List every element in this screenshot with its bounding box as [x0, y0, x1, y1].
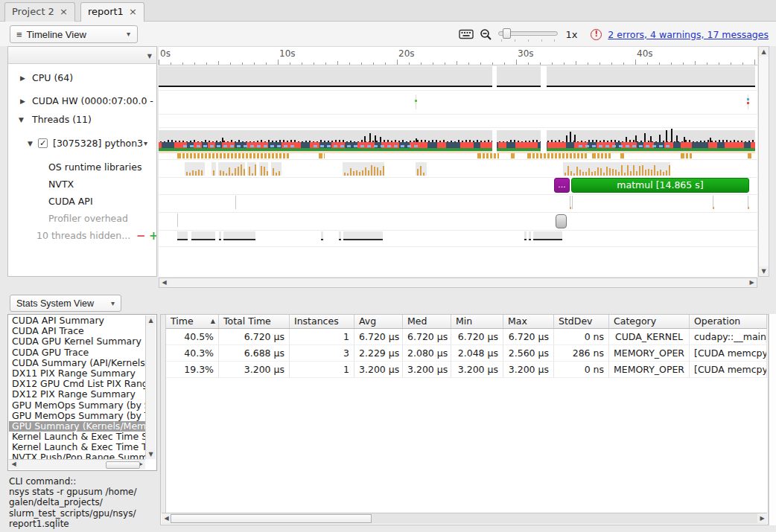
report-list-horizontal-scrollbar[interactable]: ◀ ▶ [9, 459, 145, 469]
scrollbar-thumb[interactable] [171, 514, 372, 523]
hidden-threads-block[interactable] [533, 231, 562, 239]
column-header-operation[interactable]: Operation [690, 315, 767, 329]
report-list-item[interactable]: Kernel Launch & Exec Time Tra [9, 442, 145, 452]
hidden-threads-block[interactable] [223, 231, 255, 239]
ruler-baseline [159, 65, 757, 65]
scrollbar-thumb[interactable] [106, 461, 140, 469]
tree-row-cuda-api[interactable]: CUDA API [8, 194, 156, 209]
column-header-min[interactable]: Min [451, 315, 503, 329]
scroll-up-icon[interactable]: ▲ [146, 315, 156, 325]
tree-row-os-runtime[interactable]: OS runtime libraries [8, 160, 156, 175]
tab-project-2[interactable]: Project 2× [4, 2, 75, 22]
table-row[interactable]: 19.3%3.200 μs13.200 μs3.200 μs3.200 μs3.… [166, 362, 768, 378]
close-tab-icon[interactable]: × [60, 6, 68, 17]
column-header-instances[interactable]: Instances [290, 315, 354, 329]
os-event-strip[interactable] [319, 153, 325, 158]
hidden-threads-block[interactable] [529, 231, 531, 239]
report-list-item[interactable]: DX11 PIX Range Summary [9, 368, 145, 379]
report-list-item[interactable]: GPU MemOps Summary (by Tim [9, 411, 145, 421]
column-header-stddev[interactable]: StdDev [554, 315, 609, 329]
timeline-zoom-slider[interactable] [498, 27, 558, 42]
scroll-up-icon[interactable]: ▲ [759, 47, 769, 57]
tree-row-profiler-overhead[interactable]: Profiler overhead [8, 211, 156, 226]
os-event-strip[interactable] [527, 153, 587, 158]
hidden-threads-block[interactable] [191, 231, 215, 239]
view-selector-dropdown[interactable]: ≡Timeline View ▾ [10, 25, 138, 43]
report-list-vertical-scrollbar[interactable]: ▲ ▼ [145, 315, 156, 459]
table-row[interactable]: 40.5%6.720 μs16.720 μs6.720 μs6.720 μs6.… [166, 329, 768, 345]
table-row[interactable]: 40.3%6.688 μs32.229 μs2.080 μs2.048 μs2.… [166, 345, 768, 362]
report-list-item[interactable]: NVTX Push/Pop Range Summa [9, 452, 145, 459]
column-header-category[interactable]: Category [609, 315, 690, 329]
scroll-right-icon[interactable]: ▶ [757, 513, 767, 523]
scroll-down-icon[interactable]: ▼ [146, 449, 156, 459]
timeline-tree-header[interactable]: ▼ [8, 47, 156, 64]
cuda-api-call-mark[interactable] [235, 196, 236, 209]
os-event-strip[interactable] [511, 153, 515, 158]
thread-visibility-checkbox[interactable]: ✓ [38, 138, 48, 148]
column-header-med[interactable]: Med [403, 315, 451, 329]
scroll-down-icon[interactable]: ▼ [759, 266, 769, 276]
close-tab-icon[interactable]: × [129, 6, 137, 17]
show-thread-plus-icon[interactable]: + [149, 228, 157, 243]
tree-row-cuda-hw[interactable]: ▶ CUDA HW (0000:07:00.0 - NVI [8, 94, 156, 109]
hidden-threads-block[interactable] [339, 231, 341, 239]
os-runtime-block[interactable] [343, 162, 384, 176]
column-header-max[interactable]: Max [503, 315, 554, 329]
column-header-time[interactable]: Time▲ [166, 315, 219, 329]
zoom-out-icon[interactable] [480, 28, 492, 41]
tab-report1[interactable]: report1× [80, 2, 144, 22]
tree-row-threads-hidden[interactable]: 10 threads hidden... − + [8, 228, 156, 243]
os-event-strip[interactable] [477, 153, 499, 158]
report-list-item[interactable]: Kernel Launch & Exec Time Su [9, 432, 145, 442]
os-event-strip[interactable] [681, 153, 693, 158]
profiler-overhead-range[interactable] [556, 214, 567, 228]
hidden-threads-block[interactable] [219, 231, 221, 239]
tree-row-python3-thread[interactable]: ▼ ✓ [3075328] python3 ▾ [8, 136, 156, 151]
timeline-canvas[interactable]: 0s10s20s30s40s...matmul [14.865 s] [159, 46, 757, 277]
os-event-strip[interactable] [592, 153, 611, 158]
hidden-threads-block[interactable] [177, 231, 188, 239]
report-list-item[interactable]: CUDA GPU Kernel Summary [9, 336, 145, 347]
hidden-threads-block[interactable] [321, 231, 323, 239]
nvtx-collapsed-range[interactable]: ... [554, 178, 570, 193]
scroll-left-icon[interactable]: ◀ [159, 278, 169, 287]
report-list-item[interactable]: CUDA Summary (API/Kernels/M [9, 358, 145, 368]
report-list-item[interactable]: DX12 GPU Cmd List PIX Range [9, 379, 145, 389]
scroll-left-icon[interactable]: ◀ [9, 460, 19, 469]
slider-handle[interactable] [503, 28, 511, 39]
nvtx-matmul-range[interactable]: matmul [14.865 s] [571, 178, 749, 193]
cpu-track-band[interactable] [159, 66, 755, 87]
tree-row-cpu[interactable]: ▶ CPU (64) [8, 71, 156, 86]
column-header-total-time[interactable]: Total Time [219, 315, 290, 329]
report-list-item[interactable]: CUDA API Trace [9, 326, 145, 336]
table-horizontal-scrollbar[interactable]: ◀ ▶ [162, 513, 767, 524]
report-list-item[interactable]: DX12 PIX Range Summary [9, 389, 145, 400]
report-list-item[interactable]: CUDA API Summary [9, 315, 145, 326]
table-vertical-scrollbar-track[interactable] [769, 314, 776, 525]
os-event-strip[interactable] [620, 153, 626, 158]
tree-row-nvtx[interactable]: NVTX [8, 177, 156, 192]
collapsed-arrow-icon[interactable]: ▶ [20, 71, 25, 86]
keyboard-shortcuts-icon[interactable] [459, 29, 474, 39]
tree-row-threads[interactable]: ▼ Threads (11) [8, 112, 156, 127]
column-header-avg[interactable]: Avg [354, 315, 403, 329]
expanded-arrow-icon[interactable]: ▼ [28, 136, 33, 151]
chevron-down-icon[interactable]: ▾ [144, 136, 147, 151]
scroll-right-icon[interactable]: ▶ [747, 278, 757, 287]
hide-thread-minus-icon[interactable]: − [136, 228, 146, 243]
os-event-strip[interactable] [177, 153, 289, 158]
timeline-horizontal-scrollbar[interactable]: ◀ ▶ [159, 278, 757, 288]
diagnostics-messages-link[interactable]: 2 errors, 4 warnings, 17 messages [608, 29, 769, 40]
hidden-threads-block[interactable] [524, 231, 527, 239]
os-event-strip[interactable] [748, 153, 752, 158]
report-list-item[interactable]: CUDA GPU Trace [9, 347, 145, 358]
cuda-api-call-mark[interactable] [572, 196, 573, 209]
hidden-threads-block[interactable] [343, 231, 383, 239]
stats-view-selector-dropdown[interactable]: Stats System View ▾ [10, 295, 121, 312]
expanded-arrow-icon[interactable]: ▼ [19, 112, 24, 127]
collapsed-arrow-icon[interactable]: ▶ [20, 94, 25, 109]
report-list-item[interactable]: GPU Summary (Kernels/MemO [9, 421, 145, 432]
report-list-item[interactable]: GPU MemOps Summary (by Siz [9, 400, 145, 411]
timeline-vertical-scrollbar[interactable]: ▲ ▼ [758, 46, 769, 277]
